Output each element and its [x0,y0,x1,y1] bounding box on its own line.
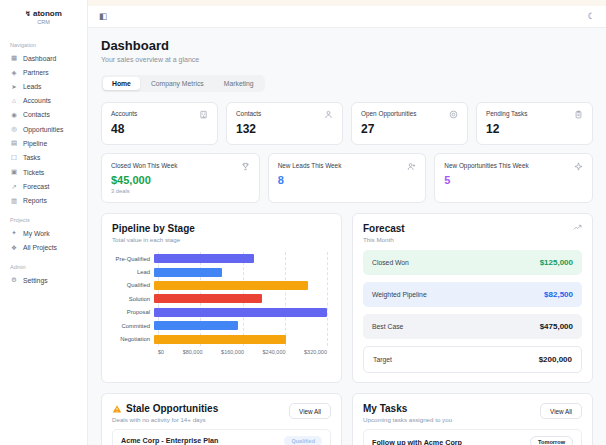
tasks-subtitle: Upcoming tasks assigned to you [363,416,452,423]
chart-row: Pre-Qualified [112,252,331,265]
sidebar-item-leads[interactable]: ➤Leads [0,80,87,94]
y-tick-label: Lead [112,269,154,275]
due-badge: Tomorrow [530,436,573,445]
stat-label: New Opportunities This Week [444,162,528,169]
contacts-icon: ◉ [10,111,18,119]
stat-label: Closed Won This Week [111,162,177,169]
all-projects-icon: ❖ [10,244,18,252]
tab-marketing[interactable]: Marketing [215,77,263,90]
sidebar-item-label: Contacts [23,111,50,118]
nav-section-admin: Admin [10,264,77,270]
accounts-icon: ⌂ [10,97,18,104]
chart-row: Negotiation [112,332,331,345]
bar-lead [154,268,222,277]
forecast-subtitle: This Month [363,236,405,243]
sidebar-item-tasks[interactable]: ☐Tasks [0,151,87,165]
sidebar-item-dashboard[interactable]: ▦Dashboard [0,51,87,65]
sidebar-item-partners[interactable]: ◈Partners [0,65,87,79]
trending-up-icon [573,223,582,232]
week-stats-row: Closed Won This Week $45,000 3 deals New… [101,153,593,203]
my-tasks-panel: My Tasks Upcoming tasks assigned to you … [352,393,593,445]
sidebar-item-label: All Projects [23,244,57,251]
warning-icon [112,404,122,414]
x-tick-label: $320,000 [304,349,327,355]
forecast-row-target: Target $200,000 [363,346,582,373]
chart-row: Solution [112,292,331,305]
card-closed-won-week: Closed Won This Week $45,000 3 deals [101,153,260,203]
bar-qualified [154,281,308,290]
bar-proposal [154,308,327,317]
stat-value: 27 [361,122,458,136]
bar-pre-qualified [154,254,254,263]
tickets-icon: ▣ [10,168,18,176]
topbar: ◧ ☾ [88,6,606,28]
x-tick-label: $0 [158,349,164,355]
chart-row: Qualified [112,279,331,292]
stage-badge: Qualified [284,436,322,445]
mid-row: Pipeline by Stage Total value in each st… [101,213,593,383]
stats-row: Accounts 48 Contacts 132 Open Opportunit… [101,102,593,145]
sidebar-item-tickets[interactable]: ▣Tickets [0,165,87,179]
sidebar-item-forecast[interactable]: ↗Forecast [0,179,87,193]
tasks-icon: ☐ [10,154,18,162]
stat-label: Pending Tasks [486,110,527,117]
user-plus-icon [407,162,416,171]
tab-home[interactable]: Home [103,77,140,90]
chart-row: Lead [112,265,331,278]
sidebar-item-accounts[interactable]: ⌂Accounts [0,94,87,107]
stale-view-all-button[interactable]: View All [289,403,331,419]
sidebar-item-reports[interactable]: ▥Reports [0,194,87,208]
closed-won-deals: 3 deals [111,188,250,194]
forecast-value: $82,500 [544,290,573,299]
chart-row: Committed [112,319,331,332]
sidebar-item-all-projects[interactable]: ❖All Projects [0,241,87,255]
new-leads-value: 8 [278,174,417,186]
sidebar-toggle-icon[interactable]: ◧ [99,12,107,21]
sidebar-item-opportunities[interactable]: ◎Opportunities [0,122,87,136]
stat-label: Accounts [111,110,137,117]
stale-subtitle: Deals with no activity for 14+ days [112,416,218,423]
chart-subtitle: Total value in each stage [112,236,195,243]
forecast-value: $475,000 [540,322,573,331]
sidebar-item-label: Dashboard [23,55,56,62]
y-tick-label: Solution [112,296,154,302]
nav-section-projects: Projects [10,217,77,223]
pipeline-chart: Pre-Qualified Lead Qualified Solution Pr… [112,252,331,346]
dashboard-icon: ▦ [10,54,18,62]
forecast-row-best-case: Best Case $475,000 [363,314,582,339]
logo-icon: ↯ [25,10,31,18]
stat-label: Contacts [236,110,261,117]
my-work-icon: ✦ [10,229,18,237]
tab-company-metrics[interactable]: Company Metrics [142,77,213,90]
forecast-row-closed-won: Closed Won $125,000 [363,250,582,275]
stale-item-acme[interactable]: Acme Corp - Enterprise Plan Acme Corpora… [112,429,331,445]
sidebar-item-settings[interactable]: ⚙Settings [0,273,87,287]
task-item-follow-up[interactable]: Follow up with Acme Corp Tomorrow [363,429,582,445]
sidebar-item-label: Partners [23,69,49,76]
new-opportunities-value: 5 [444,174,583,186]
card-new-leads-week: New Leads This Week 8 [268,153,427,203]
sidebar-item-my-work[interactable]: ✦My Work [0,226,87,240]
theme-toggle-icon[interactable]: ☾ [587,12,595,21]
settings-icon: ⚙ [10,276,18,284]
y-tick-label: Qualified [112,282,154,288]
page-title: Dashboard [101,38,593,53]
x-tick-label: $80,000 [183,349,203,355]
stat-card-pending-tasks: Pending Tasks 12 [476,102,593,145]
stale-title: Stale Opportunities [126,403,218,414]
forecast-label: Best Case [372,323,403,330]
sidebar-item-pipeline[interactable]: ▤Pipeline [0,136,87,150]
tasks-view-all-button[interactable]: View All [540,403,582,419]
forecast-value: $200,000 [539,355,572,364]
sidebar-item-contacts[interactable]: ◉Contacts [0,108,87,122]
bottom-row: Stale Opportunities Deals with no activi… [101,393,593,445]
stale-opportunities-panel: Stale Opportunities Deals with no activi… [101,393,342,445]
chart-x-axis: $0 $80,000 $160,000 $240,000 $320,000 [158,349,327,355]
stat-value: 12 [486,122,583,136]
forecast-label: Weighted Pipeline [372,291,427,298]
pipeline-icon: ▤ [10,139,18,147]
stat-card-contacts: Contacts 132 [226,102,343,145]
partners-icon: ◈ [10,69,18,77]
forecast-icon: ↗ [10,183,18,191]
chart-title: Pipeline by Stage [112,223,195,234]
